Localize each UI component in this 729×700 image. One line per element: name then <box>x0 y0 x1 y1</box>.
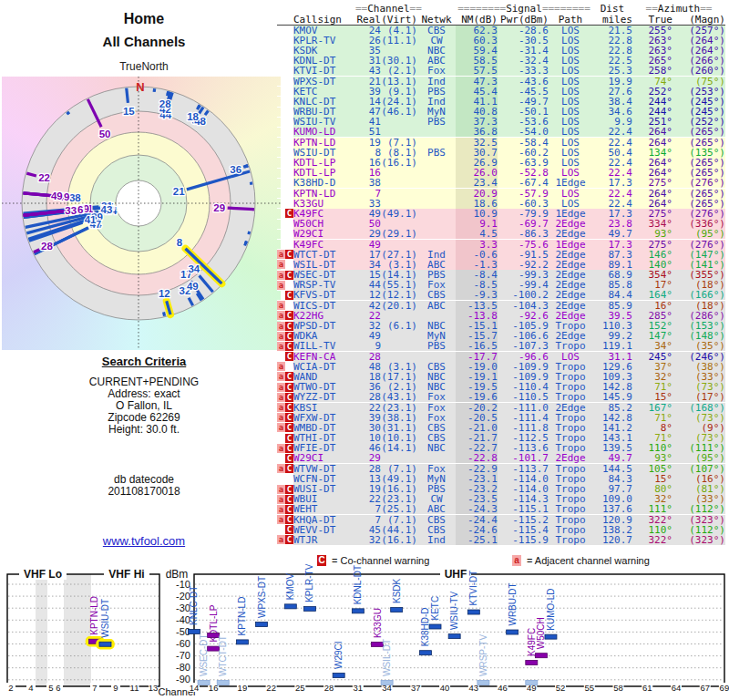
cell-PwrdBm: -110.5 <box>498 392 549 402</box>
cell-Real: 43 <box>355 66 381 76</box>
cell-Callsign: W29CI <box>293 453 355 463</box>
cell-NMdB: -17.7 <box>456 352 498 362</box>
warning-gutter <box>277 97 293 106</box>
cell-Magn: (17°) <box>673 392 725 402</box>
warning-slot <box>277 352 285 361</box>
cell-Callsign: KTVI-DT <box>293 66 355 76</box>
adjacent-warning-badge: a <box>277 281 285 290</box>
uhf-tick-label: 55 <box>584 683 594 693</box>
warning-slot <box>277 291 285 300</box>
radar-channel-label: 33 <box>65 205 77 216</box>
warning-gutter: C <box>277 209 293 218</box>
warning-slot <box>277 36 285 45</box>
marker-label-WRBU-DT: WRBU-DT <box>508 582 518 625</box>
warning-gutter: a <box>277 362 293 371</box>
warning-gutter <box>277 108 293 117</box>
cell-miles: 85.9 <box>592 301 632 311</box>
cell-Virt <box>381 178 417 188</box>
warning-slot <box>277 67 285 76</box>
radar-line-ch32 <box>67 112 69 114</box>
cell-miles: 85.2 <box>592 403 632 413</box>
warning-gutter <box>277 230 293 239</box>
cell-Magn: (35°) <box>673 341 725 351</box>
warning-slot <box>285 26 293 35</box>
cell-Path: LOS <box>549 127 592 137</box>
tvfool-link[interactable]: www.tvfool.com <box>103 534 185 548</box>
warning-slot <box>285 118 293 127</box>
cell-Callsign: KPTN-LD <box>293 189 355 199</box>
cell-Netwk <box>417 352 456 362</box>
radar-channel-label: 28 <box>159 98 171 109</box>
chart-marker-KTVI-DT <box>467 610 479 614</box>
chart-marker-K38HD-D <box>419 651 431 655</box>
cell-miles: 22.4 <box>592 189 632 199</box>
cell-True: 275° <box>632 178 673 188</box>
co-channel-warning-badge: C <box>285 311 293 320</box>
warning-gutter: aC <box>277 444 293 453</box>
uhf-tick-label: 46 <box>498 683 508 693</box>
cell-Magn: (276°) <box>673 178 725 188</box>
uhf-tick-label: 52 <box>556 683 566 693</box>
cell-Real: 9 <box>355 341 381 351</box>
cell-True: 258° <box>632 66 673 76</box>
cell-Virt: (11.1) <box>381 36 417 46</box>
cell-Real: 12 <box>355 290 381 300</box>
warning-slot <box>285 260 293 269</box>
warning-gutter: a <box>277 281 293 290</box>
marker-label-WRSP-TV: WRSP-TV <box>478 634 488 676</box>
radar-channel-label: 8 <box>177 237 183 248</box>
uhf-tick-label: 67 <box>700 683 710 693</box>
warning-gutter: aC <box>277 372 293 381</box>
cell-Virt: (20.1) <box>381 301 417 311</box>
cell-Real: 7 <box>355 504 381 514</box>
warning-slot <box>285 148 293 157</box>
warning-gutter: aC <box>277 515 293 524</box>
true-north-label: TrueNorth <box>7 60 281 73</box>
cell-Magn: (95°) <box>673 453 725 463</box>
cell-Callsign: WICS-DT <box>293 301 355 311</box>
warning-slot <box>277 57 285 66</box>
cell-Callsign: WILL-TV <box>293 341 355 351</box>
cell-True: 74° <box>632 77 673 87</box>
warning-gutter: aC <box>277 403 293 412</box>
warning-slot <box>285 179 293 188</box>
chart-marker-WSIU-TV <box>448 634 460 639</box>
cell-Path: Tropo <box>549 535 592 545</box>
cell-NMdB: 36.8 <box>456 127 498 137</box>
cell-Real: 32 <box>355 535 381 545</box>
chart-marker-WPXS-DT <box>256 623 268 627</box>
adjacent-warning-badge: a <box>277 311 285 320</box>
radar-line-ch13 <box>168 91 169 94</box>
cell-Magn: (107°) <box>673 464 725 474</box>
cell-True: 34° <box>632 341 673 351</box>
warning-slot <box>277 77 285 86</box>
warning-gutter <box>277 87 293 96</box>
radar-line-ch22 <box>199 105 200 108</box>
cell-NMdB: -13.5 <box>456 301 498 311</box>
radar-line-ch28 <box>248 232 251 233</box>
uhf-tick-label: 61 <box>642 683 652 693</box>
adjacent-warning-badge: a <box>277 393 285 402</box>
cell-NMdB: 23.4 <box>456 178 498 188</box>
cell-Magn: (265°) <box>673 189 725 199</box>
marker-label-KNLC-DT: KNLC-DT <box>190 586 200 625</box>
column-header-NMdB: NM(dB) <box>456 15 498 25</box>
radar-channel-label: 12 <box>159 288 170 299</box>
cell-NMdB: -25.1 <box>456 535 498 545</box>
co-channel-warning-badge: C <box>285 372 293 381</box>
cell-Virt: (4.1) <box>381 26 417 36</box>
cell-Virt: (49.1) <box>381 209 417 219</box>
co-channel-warning-badge: C <box>285 485 293 494</box>
warning-gutter <box>277 179 293 188</box>
marker-label-WSIU-TV: WSIU-TV <box>449 592 459 631</box>
cell-Netwk: CBS <box>417 26 456 36</box>
adjacent-warning-badge: a <box>277 322 285 331</box>
cell-Callsign: WPXS-DT <box>293 77 355 87</box>
cell-NMdB: 3.3 <box>456 240 498 250</box>
db-datecode: db datecode 201108170018 <box>7 474 281 498</box>
adjacent-warning-badge: a <box>277 485 285 494</box>
cell-Path: LOS <box>549 138 592 148</box>
warning-slot <box>277 159 285 168</box>
cell-NMdB: 57.5 <box>456 66 498 76</box>
warning-gutter <box>277 46 293 55</box>
